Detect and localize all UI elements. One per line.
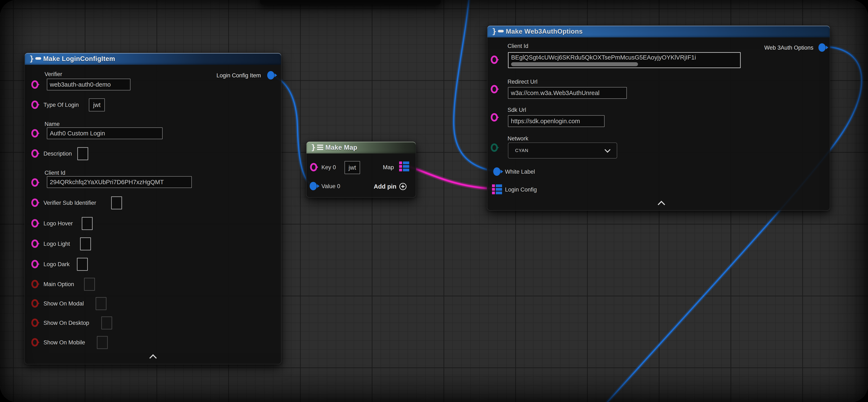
pin-map-out[interactable] xyxy=(399,162,409,171)
pin-description[interactable] xyxy=(31,149,38,158)
pin-login-config[interactable] xyxy=(492,184,502,194)
pin-label-white-label: White Label xyxy=(505,169,535,175)
make-map-icon: } xyxy=(311,143,323,151)
pin-verifier-sub-identifier[interactable] xyxy=(31,199,38,207)
pin-label-sdk-url: Sdk Url xyxy=(507,107,526,113)
make-struct-icon: } xyxy=(492,27,504,35)
blueprint-graph-viewport[interactable]: } Make LoginConfigItem Verifier web3auth… xyxy=(0,0,868,402)
pin-label-show-on-mobile: Show On Mobile xyxy=(43,339,85,346)
logo-light-input[interactable] xyxy=(80,237,91,251)
pin-label-verifier-sub-identifier: Verifier Sub Identifier xyxy=(43,200,96,206)
pin-key0[interactable] xyxy=(310,163,317,171)
pin-label-logo-hover: Logo Hover xyxy=(43,220,73,227)
pin-logo-dark[interactable] xyxy=(31,260,38,268)
pin-sdk-url[interactable] xyxy=(491,113,498,121)
offscreen-node-edge xyxy=(260,0,441,5)
node-make-web3authoptions[interactable]: } Make Web3AuthOptions Client Id BEglQSg… xyxy=(487,25,830,211)
verifier-sub-identifier-input[interactable] xyxy=(111,196,122,209)
pin-label-description: Description xyxy=(43,150,72,157)
pin-label-value0: Value 0 xyxy=(321,183,340,190)
wire-map-to-loginconfig-glow xyxy=(409,167,494,189)
show-on-modal-checkbox[interactable] xyxy=(96,297,106,310)
node-title: Make LoginConfigItem xyxy=(43,55,115,63)
pin-show-on-modal[interactable] xyxy=(31,299,38,308)
redirect-url-input[interactable]: w3a://com.w3a.Web3AuthUnreal xyxy=(508,87,627,99)
pin-white-label[interactable] xyxy=(493,167,500,176)
pin-redirect-url[interactable] xyxy=(491,85,498,93)
description-input[interactable] xyxy=(77,147,88,160)
show-on-desktop-checkbox[interactable] xyxy=(101,316,112,329)
client-id-input[interactable]: BEglQSgt4cUWcj6SKRdu5QkOXTsePmMcusG5EAoy… xyxy=(508,52,741,68)
pin-label-show-on-modal: Show On Modal xyxy=(43,300,84,307)
client-id-input[interactable]: 294QRkchfq2YaXUbPri7D6PH7xzHgQMT xyxy=(47,176,192,188)
pin-label-login-config: Login Config xyxy=(505,186,537,193)
pin-label-logo-light: Logo Light xyxy=(43,241,70,247)
collapse-node-chevron-icon[interactable] xyxy=(149,354,157,362)
pin-label-name: Name xyxy=(44,121,60,127)
add-pin-label: Add pin xyxy=(374,183,396,190)
name-input[interactable]: Auth0 Custom Login xyxy=(47,127,163,139)
pin-logo-light[interactable] xyxy=(31,239,38,248)
pin-label-main-option: Main Option xyxy=(43,281,74,288)
node-make-loginconfigitem[interactable]: } Make LoginConfigItem Verifier web3auth… xyxy=(24,53,281,364)
node-header-make-map[interactable]: } Make Map xyxy=(307,142,416,153)
pin-name[interactable] xyxy=(31,129,38,138)
network-selected-value: CYAN xyxy=(508,148,606,153)
main-option-checkbox[interactable] xyxy=(84,278,95,291)
graph-canvas[interactable]: } Make LoginConfigItem Verifier web3auth… xyxy=(0,0,868,402)
pin-label-key0: Key 0 xyxy=(321,164,336,171)
show-on-mobile-checkbox[interactable] xyxy=(97,336,108,349)
client-id-scrollbar[interactable] xyxy=(511,62,638,66)
pin-label-web3auth-options-out: Web 3Auth Options xyxy=(764,45,813,51)
pin-web3auth-options-out[interactable] xyxy=(818,43,826,52)
pin-label-map-out: Map xyxy=(383,164,394,171)
logo-dark-input[interactable] xyxy=(77,258,88,271)
pin-label-redirect-url: Redirect Url xyxy=(507,79,537,85)
client-id-value: BEglQSgt4cUWcj6SKRdu5QkOXTsePmMcusG5EAoy… xyxy=(511,54,696,61)
node-title: Make Map xyxy=(326,144,357,151)
pin-label-client-id: Client Id xyxy=(44,170,65,176)
pin-label-verifier: Verifier xyxy=(44,71,62,78)
node-title: Make Web3AuthOptions xyxy=(506,28,583,35)
pin-label-logo-dark: Logo Dark xyxy=(43,261,70,268)
dropdown-chevron-icon xyxy=(604,147,611,153)
pin-label-show-on-desktop: Show On Desktop xyxy=(43,320,89,326)
pin-login-config-item-out[interactable] xyxy=(267,71,274,80)
make-struct-icon: } xyxy=(29,54,41,63)
pin-client-id[interactable] xyxy=(31,178,38,187)
node-header-make-web3authoptions[interactable]: } Make Web3AuthOptions xyxy=(487,26,830,37)
node-make-map[interactable]: } Make Map Key 0 jwt Map Value 0 Add pin xyxy=(306,141,416,198)
pin-network[interactable] xyxy=(491,143,498,152)
sdk-url-input[interactable]: https://sdk.openlogin.com xyxy=(508,115,604,127)
network-dropdown[interactable]: CYAN xyxy=(508,143,617,159)
pin-value0[interactable] xyxy=(310,182,317,190)
pin-show-on-mobile[interactable] xyxy=(31,338,38,346)
collapse-node-chevron-icon[interactable] xyxy=(658,201,665,208)
logo-hover-input[interactable] xyxy=(82,217,93,230)
pin-type-of-login[interactable] xyxy=(31,100,38,109)
verifier-input[interactable]: web3auth-auth0-demo xyxy=(47,79,130,90)
key0-input[interactable]: jwt xyxy=(344,161,360,174)
pin-main-option[interactable] xyxy=(31,280,38,288)
type-of-login-input[interactable]: jwt xyxy=(89,98,105,111)
pin-label-login-config-item: Login Config Item xyxy=(216,72,261,79)
node-header-make-loginconfigitem[interactable]: } Make LoginConfigItem xyxy=(25,53,281,65)
pin-verifier[interactable] xyxy=(31,80,38,89)
add-pin-plus-icon xyxy=(399,183,406,190)
pin-label-client-id: Client Id xyxy=(507,43,528,50)
pin-label-type-of-login: Type Of Login xyxy=(43,102,79,108)
pin-show-on-desktop[interactable] xyxy=(31,318,38,327)
pin-logo-hover[interactable] xyxy=(31,219,38,228)
pin-label-network: Network xyxy=(507,135,528,142)
add-pin-button[interactable]: Add pin xyxy=(374,183,406,190)
pin-client-id[interactable] xyxy=(491,56,498,64)
